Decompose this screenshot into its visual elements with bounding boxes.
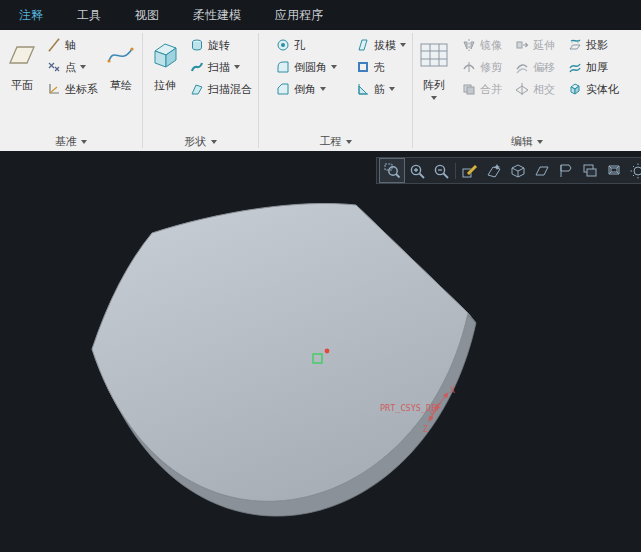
zoom-in-icon	[408, 162, 426, 180]
datum-group-text: 基准	[55, 134, 77, 149]
creo-window: 注释 工具 视图 柔性建模 应用程序 平面	[0, 0, 641, 552]
shell-button[interactable]: 壳	[351, 56, 410, 78]
merge-label: 合并	[480, 82, 502, 97]
chamfer-label: 倒角	[294, 82, 316, 97]
view-manager-button[interactable]	[578, 159, 602, 182]
project-icon	[567, 38, 583, 53]
tab-flexible-modeling[interactable]: 柔性建模	[176, 0, 258, 30]
extend-button[interactable]: 延伸	[510, 34, 559, 56]
group-dropdown-arrow-icon	[537, 140, 543, 144]
shell-label: 壳	[374, 60, 385, 75]
trim-label: 修剪	[480, 60, 502, 75]
sketch-button[interactable]: 草绘	[102, 33, 140, 94]
engineering-group-text: 工程	[320, 134, 342, 149]
round-button[interactable]: 倒圆角	[271, 56, 341, 78]
zoom-region-button[interactable]	[379, 158, 405, 183]
swept-blend-button[interactable]: 扫描混合	[185, 78, 256, 100]
annotation-display-button[interactable]	[554, 159, 578, 182]
datum-plane-button[interactable]: 平面	[2, 33, 42, 94]
tab-tools[interactable]: 工具	[60, 0, 118, 30]
spin-center-dot	[325, 349, 330, 354]
model-curved-surface[interactable]	[92, 203, 476, 516]
zoom-out-icon	[432, 162, 450, 180]
tab-applications[interactable]: 应用程序	[258, 0, 340, 30]
draft-button[interactable]: 拔模	[351, 34, 410, 56]
chamfer-button[interactable]: 倒角	[271, 78, 341, 100]
offset-button[interactable]: 偏移	[510, 56, 559, 78]
extrude-label: 拉伸	[154, 78, 176, 93]
sketch-label: 草绘	[110, 78, 132, 93]
view-manager-icon	[581, 162, 599, 180]
render-style-button[interactable]	[482, 159, 506, 182]
solidify-button[interactable]: 实体化	[563, 78, 623, 100]
sketch-icon	[105, 34, 137, 76]
round-icon	[275, 60, 291, 75]
swept-blend-icon	[189, 82, 205, 97]
ribbon: 平面 轴 点	[0, 30, 641, 152]
repaint-button[interactable]	[458, 159, 482, 182]
tab-view[interactable]: 视图	[118, 0, 176, 30]
mirror-icon	[461, 38, 477, 53]
group-label-shapes[interactable]: 形状	[143, 132, 258, 151]
merge-button[interactable]: 合并	[457, 78, 506, 100]
thicken-icon	[567, 60, 583, 75]
mirror-button[interactable]: 镜像	[457, 34, 506, 56]
hole-label: 孔	[294, 38, 305, 53]
axis-label: 轴	[65, 38, 76, 53]
toolbar-separator	[455, 163, 456, 179]
editing-group-text: 编辑	[511, 134, 533, 149]
display-style-button[interactable]	[506, 159, 530, 182]
group-label-engineering[interactable]: 工程	[259, 132, 412, 151]
csys-button[interactable]: 坐标系	[42, 78, 102, 100]
model-top-face[interactable]	[92, 203, 468, 501]
solidify-icon	[567, 82, 583, 97]
repaint-icon	[461, 162, 479, 180]
draft-icon	[355, 38, 371, 53]
settings-icon	[629, 162, 641, 180]
sweep-icon	[189, 60, 205, 75]
rib-icon	[355, 82, 371, 97]
perspective-button[interactable]	[602, 159, 626, 182]
tab-annotate[interactable]: 注释	[2, 0, 60, 30]
settings-button[interactable]	[626, 159, 641, 182]
extrude-button[interactable]: 拉伸	[145, 33, 185, 94]
axis-icon	[46, 38, 62, 53]
group-label-datum[interactable]: 基准	[0, 132, 142, 151]
revolve-button[interactable]: 旋转	[185, 34, 256, 56]
pattern-button[interactable]: 阵列	[415, 33, 453, 101]
dropdown-arrow-icon	[80, 65, 86, 69]
intersect-button[interactable]: 相交	[510, 78, 559, 100]
trim-button[interactable]: 修剪	[457, 56, 506, 78]
hole-button[interactable]: 孔	[271, 34, 341, 56]
axis-x-label: X	[450, 386, 455, 395]
zoom-out-button[interactable]	[429, 159, 453, 182]
thicken-button[interactable]: 加厚	[563, 56, 623, 78]
dropdown-arrow-icon	[400, 43, 406, 47]
revolve-icon	[189, 38, 205, 53]
datum-plane-icon	[5, 34, 39, 76]
graphics-area[interactable]: PRT_CSYS_DEF X Y Z	[0, 151, 641, 552]
datum-display-button[interactable]	[530, 159, 554, 182]
mirror-label: 镜像	[480, 38, 502, 53]
point-button[interactable]: 点	[42, 56, 102, 78]
csys-icon	[46, 82, 62, 97]
project-button[interactable]: 投影	[563, 34, 623, 56]
extend-label: 延伸	[533, 38, 555, 53]
intersect-label: 相交	[533, 82, 555, 97]
shell-icon	[355, 60, 371, 75]
shapes-group-text: 形状	[185, 134, 207, 149]
zoom-in-button[interactable]	[405, 159, 429, 182]
graphics-canvas[interactable]: PRT_CSYS_DEF X Y Z	[0, 151, 641, 552]
group-label-editing[interactable]: 编辑	[413, 132, 641, 151]
merge-icon	[461, 82, 477, 97]
axis-z-label: Z	[423, 425, 428, 434]
ribbon-group-editing: 阵列 镜像 修剪	[413, 30, 641, 151]
swept-blend-label: 扫描混合	[208, 82, 252, 97]
point-label: 点	[65, 60, 76, 75]
rib-button[interactable]: 筋	[351, 78, 410, 100]
thicken-label: 加厚	[586, 60, 608, 75]
axis-button[interactable]: 轴	[42, 34, 102, 56]
sweep-button[interactable]: 扫描	[185, 56, 256, 78]
annotation-display-icon	[557, 162, 575, 180]
display-style-icon	[509, 162, 527, 180]
